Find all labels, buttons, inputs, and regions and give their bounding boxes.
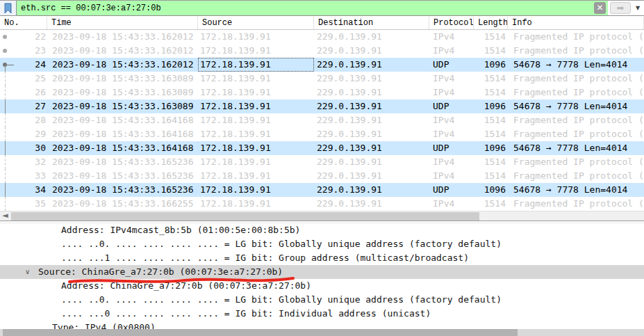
packet-info-cell: Fragmented IP protocol ( <box>508 169 644 183</box>
packet-time-cell: 2023-09-18 15:43:33.165236 <box>47 169 198 183</box>
packet-info-cell: 54678 → 7778 Len=4014 <box>508 183 644 197</box>
packet-protocol-cell: IPv4 <box>429 197 474 211</box>
packet-row[interactable]: 322023-09-18 15:43:33.165236172.18.139.9… <box>0 155 644 169</box>
detail-hscrollbar[interactable] <box>0 329 644 336</box>
column-header-length[interactable]: Length <box>474 17 508 29</box>
packet-source-cell: 172.18.139.91 <box>198 155 314 169</box>
packet-source-cell: 172.18.139.91 <box>198 58 314 72</box>
column-header-protocol[interactable]: Protocol <box>429 17 474 29</box>
packet-time-cell: 2023-09-18 15:43:33.164168 <box>47 113 198 127</box>
detail-row-text: .... ...1 .... .... .... .... = IG bit: … <box>61 251 469 265</box>
detail-hscrollbar-thumb[interactable] <box>3 329 518 336</box>
packet-info-cell: Fragmented IP protocol ( <box>508 155 644 169</box>
packet-no-cell: 35 <box>19 197 47 211</box>
packet-list-hscrollbar-thumb[interactable] <box>11 212 479 221</box>
packet-destination-cell: 229.0.139.91 <box>314 127 429 141</box>
packet-source-cell: 172.18.139.91 <box>198 99 314 113</box>
packet-length-cell: 1096 <box>474 58 508 72</box>
filter-bookmark-button[interactable] <box>0 1 17 15</box>
packet-info-cell: Fragmented IP protocol ( <box>508 127 644 141</box>
packet-protocol-cell: UDP <box>429 58 474 72</box>
filter-input[interactable]: eth.src == 00:07:3e:a7:27:0b ✕ <box>17 1 608 15</box>
packet-source-cell: 172.18.139.91 <box>198 197 314 211</box>
packet-length-cell: 1514 <box>474 113 508 127</box>
detail-row[interactable]: .... ..0. .... .... .... .... = LG bit: … <box>0 237 644 251</box>
packet-row[interactable]: 352023-09-18 15:43:33.166255172.18.139.9… <box>0 197 644 211</box>
detail-row[interactable]: .... ...1 .... .... .... .... = IG bit: … <box>0 251 644 265</box>
packet-destination-cell: 229.0.139.91 <box>314 30 429 44</box>
packet-time-cell: 2023-09-18 15:43:33.163089 <box>47 72 198 86</box>
packet-row[interactable]: 302023-09-18 15:43:33.164168172.18.139.9… <box>0 141 644 155</box>
packet-no-cell: 25 <box>19 72 47 86</box>
packet-protocol-cell: UDP <box>429 183 474 197</box>
detail-row-source-selected[interactable]: ∨Source: ChinaGre_a7:27:0b (00:07:3e:a7:… <box>0 265 644 279</box>
packet-row[interactable]: 342023-09-18 15:43:33.165236172.18.139.9… <box>0 183 644 197</box>
packet-source-cell: 172.18.139.91 <box>198 72 314 86</box>
packet-length-cell: 1514 <box>474 44 508 58</box>
packet-no-cell: 33 <box>19 169 47 183</box>
detail-row-text: .... ..0. .... .... .... .... = LG bit: … <box>61 237 502 251</box>
column-header-source[interactable]: Source <box>198 17 314 29</box>
detail-row[interactable]: Address: ChinaGre_a7:27:0b (00:07:3e:a7:… <box>0 279 644 293</box>
detail-row[interactable]: .... ..0. .... .... .... .... = LG bit: … <box>0 293 644 307</box>
packet-no-cell: 26 <box>19 86 47 99</box>
conversation-marker <box>0 197 19 211</box>
packet-destination-cell: 229.0.139.91 <box>314 86 429 99</box>
packet-row[interactable]: 232023-09-18 15:43:33.162012172.18.139.9… <box>0 44 644 58</box>
column-header-destination[interactable]: Destination <box>314 17 429 29</box>
packet-time-cell: 2023-09-18 15:43:33.165236 <box>47 155 198 169</box>
filter-apply-button[interactable]: ➡ <box>610 2 631 14</box>
conversation-marker <box>0 30 19 44</box>
packet-row[interactable]: 242023-09-18 15:43:33.162012172.18.139.9… <box>0 58 644 72</box>
packet-info-cell: Fragmented IP protocol ( <box>508 44 644 58</box>
packet-info-cell: Fragmented IP protocol ( <box>508 72 644 86</box>
packet-row[interactable]: 262023-09-18 15:43:33.163089172.18.139.9… <box>0 86 644 99</box>
packet-row[interactable]: 292023-09-18 15:43:33.164168172.18.139.9… <box>0 127 644 141</box>
packet-info-cell: Fragmented IP protocol ( <box>508 197 644 211</box>
packet-time-cell: 2023-09-18 15:43:33.162012 <box>47 30 198 44</box>
packet-destination-cell: 229.0.139.91 <box>314 169 429 183</box>
packet-source-cell: 172.18.139.91 <box>198 44 314 58</box>
chevron-down-icon[interactable]: ∨ <box>25 265 35 279</box>
packet-list-hscrollbar[interactable]: ◄ <box>0 211 644 221</box>
packet-no-cell: 27 <box>19 99 47 113</box>
conversation-marker <box>0 99 19 113</box>
conversation-marker <box>0 155 19 169</box>
packet-row[interactable]: 332023-09-18 15:43:33.165236172.18.139.9… <box>0 169 644 183</box>
packet-detail-pane: Address: IPv4mcast_8b:5b (01:00:5e:00:8b… <box>0 223 644 329</box>
packet-time-cell: 2023-09-18 15:43:33.163089 <box>47 86 198 99</box>
scroll-left-icon[interactable]: ◄ <box>0 211 10 221</box>
packet-time-cell: 2023-09-18 15:43:33.163089 <box>47 99 198 113</box>
packet-protocol-cell: IPv4 <box>429 155 474 169</box>
filter-clear-button[interactable]: ✕ <box>594 2 606 14</box>
detail-rows-container: Address: IPv4mcast_8b:5b (01:00:5e:00:8b… <box>0 223 644 329</box>
packet-length-cell: 1096 <box>474 141 508 155</box>
packet-row[interactable]: 272023-09-18 15:43:33.163089172.18.139.9… <box>0 99 644 113</box>
filter-dropdown-caret-icon[interactable]: ▼ <box>631 1 644 15</box>
packet-no-cell: 23 <box>19 44 47 58</box>
packet-row[interactable]: 252023-09-18 15:43:33.163089172.18.139.9… <box>0 72 644 86</box>
packet-length-cell: 1514 <box>474 127 508 141</box>
detail-row[interactable]: Type: IPv4 (0x0800) <box>0 321 644 329</box>
conversation-marker <box>0 113 19 127</box>
packet-source-cell: 172.18.139.91 <box>198 183 314 197</box>
packet-time-cell: 2023-09-18 15:43:33.162012 <box>47 58 198 72</box>
packet-time-cell: 2023-09-18 15:43:33.164168 <box>47 141 198 155</box>
detail-row[interactable]: Address: IPv4mcast_8b:5b (01:00:5e:00:8b… <box>0 223 644 237</box>
column-header-no[interactable]: No. <box>0 17 47 29</box>
packet-destination-cell: 229.0.139.91 <box>314 72 429 86</box>
packet-time-cell: 2023-09-18 15:43:33.164168 <box>47 127 198 141</box>
column-header-time[interactable]: Time <box>47 17 198 29</box>
packet-row[interactable]: 222023-09-18 15:43:33.162012172.18.139.9… <box>0 30 644 44</box>
packet-info-cell: 54678 → 7778 Len=4014 <box>508 141 644 155</box>
packet-destination-cell: 229.0.139.91 <box>314 141 429 155</box>
packet-source-cell: 172.18.139.91 <box>198 127 314 141</box>
conversation-marker <box>0 169 19 183</box>
packet-length-cell: 1514 <box>474 30 508 44</box>
packet-destination-cell: 229.0.139.91 <box>314 155 429 169</box>
detail-row[interactable]: .... ...0 .... .... .... .... = IG bit: … <box>0 307 644 321</box>
column-header-info[interactable]: Info <box>508 17 644 29</box>
packet-row[interactable]: 282023-09-18 15:43:33.164168172.18.139.9… <box>0 113 644 127</box>
packet-no-cell: 29 <box>19 127 47 141</box>
packet-no-cell: 30 <box>19 141 47 155</box>
